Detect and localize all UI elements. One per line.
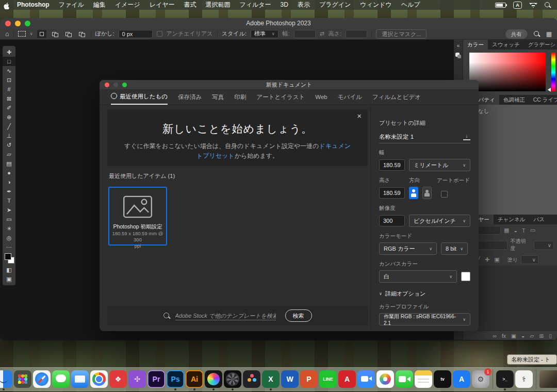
resolution-input[interactable] (379, 215, 405, 226)
dock-divider[interactable] (493, 369, 493, 389)
word[interactable]: W (281, 370, 299, 388)
link-layers-icon[interactable]: ∞ (493, 333, 497, 339)
terminal[interactable]: >_ (496, 370, 514, 388)
type-tool[interactable]: T (3, 196, 15, 205)
minimized-window[interactable] (539, 370, 557, 388)
share-button[interactable]: 共有 (505, 29, 528, 39)
zoom-tool[interactable]: ◎ (3, 233, 15, 242)
collapsed-panel-icon[interactable] (455, 53, 461, 58)
diagnostics-app[interactable]: ⚕ (515, 370, 533, 388)
wifi-icon[interactable] (529, 2, 537, 8)
menu-window[interactable]: ウィンドウ (355, 0, 396, 10)
color-swatches[interactable] (3, 252, 15, 265)
edit-toolbar-icon[interactable]: ⋯ (3, 242, 15, 252)
menu-3d[interactable]: 3D (276, 0, 293, 10)
saturation-field[interactable] (469, 53, 546, 91)
document-width-input[interactable] (379, 159, 405, 171)
unit-dropdown[interactable]: ミリメートル∨ (409, 159, 470, 171)
window-zoom-button[interactable] (25, 21, 30, 26)
system-settings[interactable]: ⚙1 (472, 370, 489, 388)
artboard-checkbox[interactable] (441, 191, 448, 198)
swap-dimensions-icon[interactable]: ⇄ (320, 30, 324, 37)
apple-menu-icon[interactable] (0, 1, 12, 9)
feather-input[interactable] (119, 30, 153, 38)
object-selection-tool[interactable]: ⊡ (3, 75, 15, 85)
menu-plugins[interactable]: プラグイン (315, 0, 355, 10)
powerpoint[interactable]: P (300, 370, 318, 388)
tab-color[interactable]: カラー (463, 40, 488, 50)
adjustment-filter-icon[interactable]: ◒ (514, 227, 517, 234)
healing-brush-tool[interactable]: ⊕ (3, 112, 15, 122)
eyedropper-tool[interactable]: ✐ (3, 103, 15, 112)
tab-channels[interactable]: チャンネル (494, 215, 530, 224)
move-tool[interactable]: ✚ (3, 47, 15, 57)
tab-recent[interactable]: 最近使用したもの (111, 89, 168, 105)
lasso-tool[interactable]: ∿ (3, 66, 15, 75)
resolution-unit-dropdown[interactable]: ピクセル/インチ∨ (409, 215, 470, 227)
clone-stamp-tool[interactable]: ⊥ (3, 131, 15, 140)
canvas-color-dropdown[interactable]: 白∨ (379, 270, 457, 283)
advanced-options-toggle[interactable]: ∨ 詳細オプション (379, 290, 470, 298)
apple-tv[interactable]: tv (434, 370, 451, 388)
fill-field[interactable]: ∨ (521, 255, 538, 264)
line[interactable]: LINE (319, 370, 337, 388)
app-store[interactable]: A (453, 370, 470, 388)
width-input[interactable] (294, 30, 316, 38)
new-layer-icon[interactable]: ⊞ (539, 333, 544, 339)
history-brush-tool[interactable]: ↺ (3, 140, 15, 150)
search-icon[interactable] (534, 31, 540, 37)
tab-saved[interactable]: 保存済み (178, 90, 202, 104)
path-selection-tool[interactable]: ➤ (3, 205, 15, 215)
notes[interactable] (415, 370, 432, 388)
image-filter-icon[interactable]: ▦ (504, 227, 509, 234)
finder[interactable] (0, 370, 12, 388)
hue-slider[interactable] (551, 53, 555, 91)
tab-paths[interactable]: パス (529, 215, 549, 224)
portrait-orientation-button[interactable] (409, 187, 418, 199)
window-titlebar[interactable]: Adobe Photoshop 2023 (0, 18, 557, 28)
photos[interactable] (376, 370, 394, 388)
dialog-titlebar[interactable]: 新規ドキュメント (100, 80, 479, 89)
menu-view[interactable]: 表示 (293, 0, 315, 10)
quick-mask-icon[interactable]: ◧ (3, 265, 15, 274)
stock-search-input[interactable] (175, 312, 276, 320)
tab-web[interactable]: Web (315, 90, 327, 104)
menu-select[interactable]: 選択範囲 (201, 0, 235, 10)
tool-preset-icon[interactable] (18, 31, 26, 37)
close-icon[interactable]: × (357, 111, 362, 120)
menu-layer[interactable]: レイヤー (145, 0, 179, 10)
add-selection-mode-button[interactable] (51, 30, 60, 38)
tab-art[interactable]: アートとイラスト (256, 90, 305, 104)
dock-divider[interactable] (536, 369, 536, 389)
landscape-orientation-button[interactable] (422, 187, 432, 199)
tab-cc-libraries[interactable]: CC ライブラリ (529, 95, 557, 105)
opacity-field[interactable]: ∨ (534, 241, 554, 250)
bit-depth-dropdown[interactable]: 8 bit∨ (441, 242, 468, 255)
workspace-switcher-icon[interactable]: ▦ (546, 30, 552, 38)
layer-mask-icon[interactable]: ▣ (511, 333, 516, 339)
tab-photo[interactable]: 写真 (212, 90, 224, 104)
select-and-mask-button[interactable]: 選択とマスク... (376, 29, 427, 39)
window-close-button[interactable] (5, 21, 11, 26)
antialias-checkbox[interactable] (157, 31, 162, 37)
tab-print[interactable]: 印刷 (234, 90, 246, 104)
dialog-close-button[interactable] (105, 83, 109, 87)
hand-tool[interactable]: ✳ (3, 224, 15, 233)
menu-edit[interactable]: 編集 (89, 0, 110, 10)
battery-icon[interactable] (495, 3, 506, 8)
dialog-zoom-button[interactable] (122, 83, 127, 87)
gradient-tool[interactable]: ▤ (3, 159, 15, 168)
input-source-icon[interactable]: A (513, 2, 522, 9)
premiere-pro[interactable]: Pr (148, 370, 165, 388)
tab-swatches[interactable]: スウォッチ (488, 40, 524, 50)
blur-tool[interactable]: ● (3, 168, 15, 177)
facetime[interactable] (396, 370, 413, 388)
lock-artboard-icon[interactable]: ▣ (494, 256, 499, 263)
save-preset-icon[interactable]: ↓ (463, 134, 470, 140)
tab-film[interactable]: フィルムとビデオ (372, 90, 421, 104)
marquee-tool[interactable]: □ (3, 57, 15, 66)
intersect-selection-mode-button[interactable] (77, 30, 87, 38)
adjustment-layer-icon[interactable]: ◒ (521, 333, 525, 339)
search-button[interactable]: 検索 (285, 309, 312, 322)
spotlight-icon[interactable] (545, 2, 551, 8)
